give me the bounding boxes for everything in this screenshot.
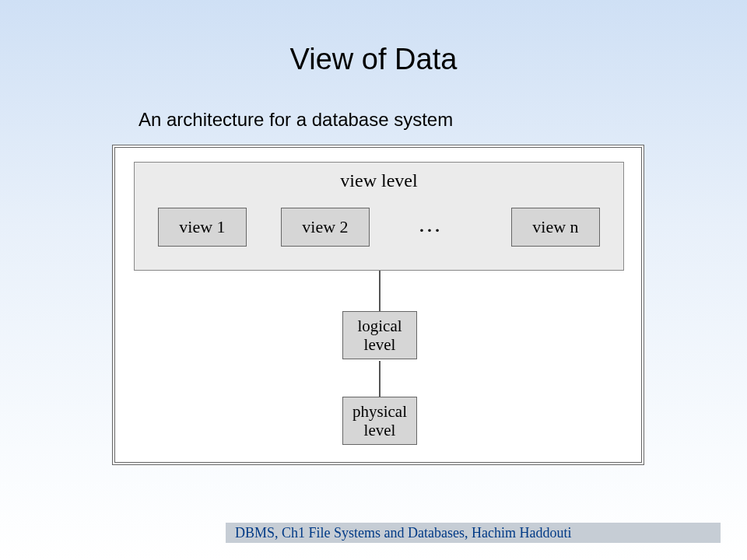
connector-top	[379, 271, 381, 311]
diagram-frame: view level view 1 view 2 … view n logica…	[112, 145, 644, 465]
view-level-container: view level view 1 view 2 … view n	[134, 162, 624, 271]
view-level-label: view level	[340, 170, 417, 191]
logical-line2: level	[364, 335, 396, 354]
slide-subtitle: An architecture for a database system	[139, 109, 747, 131]
view-1-box: view 1	[158, 208, 247, 247]
physical-line2: level	[364, 421, 396, 439]
physical-level-box: physical level	[342, 397, 417, 445]
view-n-box: view n	[511, 208, 600, 247]
view-2-box: view 2	[281, 208, 370, 247]
footer-text: DBMS, Ch1 File Systems and Databases, Ha…	[235, 525, 571, 541]
connector-bottom	[379, 361, 381, 397]
logical-level-box: logical level	[342, 311, 417, 359]
slide-title: View of Data	[0, 0, 747, 76]
physical-line1: physical	[352, 402, 407, 421]
ellipsis-icon: …	[418, 211, 445, 237]
logical-line1: logical	[357, 317, 402, 335]
